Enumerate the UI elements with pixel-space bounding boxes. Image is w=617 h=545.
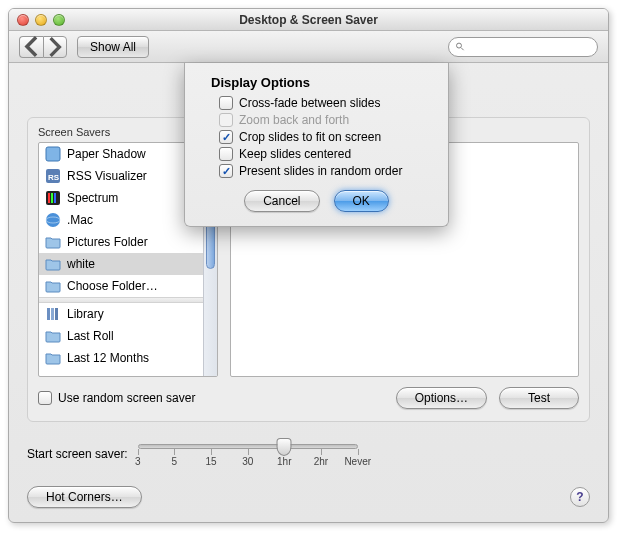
- option-label: Cross-fade between slides: [239, 96, 380, 110]
- list-item-label: Last Roll: [67, 329, 114, 343]
- tick-label: 2hr: [314, 456, 328, 467]
- option-crop[interactable]: ✓ Crop slides to fit on screen: [219, 130, 434, 144]
- start-saver-row: Start screen saver: 3 5 15 30 1hr 2hr Ne…: [27, 436, 590, 472]
- option-random[interactable]: ✓ Present slides in random order: [219, 164, 434, 178]
- ok-button[interactable]: OK: [334, 190, 389, 212]
- folder-icon: [45, 256, 61, 272]
- list-item[interactable]: .Mac: [39, 209, 203, 231]
- checkbox-icon: [38, 391, 52, 405]
- tick-label: 5: [171, 456, 177, 467]
- tick-label: 30: [242, 456, 253, 467]
- folder-icon: [45, 350, 61, 366]
- svg-point-9: [46, 213, 60, 227]
- svg-rect-12: [51, 308, 54, 320]
- tick-label: 15: [205, 456, 216, 467]
- svg-rect-2: [46, 147, 60, 161]
- list-item[interactable]: Paper Shadow: [39, 143, 203, 165]
- svg-rect-8: [54, 193, 56, 203]
- option-label: Present slides in random order: [239, 164, 402, 178]
- checkbox-icon: ✓: [219, 130, 233, 144]
- list-item-label: .Mac: [67, 213, 93, 227]
- slider-knob[interactable]: [277, 438, 292, 456]
- list-item[interactable]: Spectrum: [39, 187, 203, 209]
- hot-corners-button[interactable]: Hot Corners…: [27, 486, 142, 508]
- list-item[interactable]: white: [39, 253, 203, 275]
- svg-rect-7: [51, 193, 53, 203]
- search-input[interactable]: [469, 40, 591, 54]
- saver-icon: [45, 146, 61, 162]
- svg-text:RS: RS: [48, 173, 60, 182]
- preferences-window: Desktop & Screen Saver Show All Display …: [8, 8, 609, 523]
- tick-label: 1hr: [277, 456, 291, 467]
- options-button[interactable]: Options…: [396, 387, 487, 409]
- display-options-sheet: Display Options Cross-fade between slide…: [184, 63, 449, 227]
- option-label: Crop slides to fit on screen: [239, 130, 381, 144]
- list-item[interactable]: Last 12 Months: [39, 347, 203, 369]
- search-field[interactable]: [448, 37, 598, 57]
- option-label: Zoom back and forth: [239, 113, 349, 127]
- svg-rect-13: [55, 308, 58, 320]
- rss-icon: RS: [45, 168, 61, 184]
- checkbox-icon: [219, 147, 233, 161]
- mac-icon: [45, 212, 61, 228]
- checkbox-icon: [219, 113, 233, 127]
- svg-rect-11: [47, 308, 50, 320]
- folder-icon: [45, 328, 61, 344]
- svg-line-1: [461, 48, 463, 50]
- svg-rect-6: [48, 193, 50, 203]
- option-cross-fade[interactable]: Cross-fade between slides: [219, 96, 434, 110]
- toolbar: Show All: [9, 31, 608, 63]
- checkbox-icon: [219, 96, 233, 110]
- folder-icon: [45, 278, 61, 294]
- sheet-title: Display Options: [211, 75, 434, 90]
- list-item[interactable]: Pictures Folder: [39, 231, 203, 253]
- cancel-button[interactable]: Cancel: [244, 190, 319, 212]
- help-button[interactable]: ?: [570, 487, 590, 507]
- folder-icon: [45, 234, 61, 250]
- random-saver-checkbox[interactable]: Use random screen saver: [38, 391, 195, 405]
- list-item[interactable]: RS RSS Visualizer: [39, 165, 203, 187]
- list-item-label: Spectrum: [67, 191, 118, 205]
- list-item-label: white: [67, 257, 95, 271]
- list-item[interactable]: Last Roll: [39, 325, 203, 347]
- tick-label: Never: [344, 456, 371, 467]
- list-item-label: Choose Folder…: [67, 279, 158, 293]
- svg-point-0: [457, 43, 462, 48]
- start-saver-slider[interactable]: 3 5 15 30 1hr 2hr Never: [138, 436, 358, 472]
- content-area: Display Options Cross-fade between slide…: [9, 63, 608, 522]
- checkbox-icon: ✓: [219, 164, 233, 178]
- list-item-label: Library: [67, 307, 104, 321]
- forward-button[interactable]: [43, 36, 67, 58]
- option-centered[interactable]: Keep slides centered: [219, 147, 434, 161]
- list-item-label: Last 12 Months: [67, 351, 149, 365]
- titlebar: Desktop & Screen Saver: [9, 9, 608, 31]
- show-all-button[interactable]: Show All: [77, 36, 149, 58]
- option-label: Keep slides centered: [239, 147, 351, 161]
- nav-segmented: [19, 36, 67, 58]
- list-item-label: Pictures Folder: [67, 235, 148, 249]
- library-icon: [45, 306, 61, 322]
- window-title: Desktop & Screen Saver: [9, 13, 608, 27]
- test-button[interactable]: Test: [499, 387, 579, 409]
- list-item-label: RSS Visualizer: [67, 169, 147, 183]
- option-zoom: Zoom back and forth: [219, 113, 434, 127]
- back-button[interactable]: [19, 36, 43, 58]
- spectrum-icon: [45, 190, 61, 206]
- list-item[interactable]: Library: [39, 303, 203, 325]
- list-item-label: Paper Shadow: [67, 147, 146, 161]
- list-item[interactable]: Choose Folder…: [39, 275, 203, 297]
- checkbox-label: Use random screen saver: [58, 391, 195, 405]
- slider-label: Start screen saver:: [27, 447, 128, 461]
- tick-label: 3: [135, 456, 141, 467]
- search-icon: [455, 41, 465, 52]
